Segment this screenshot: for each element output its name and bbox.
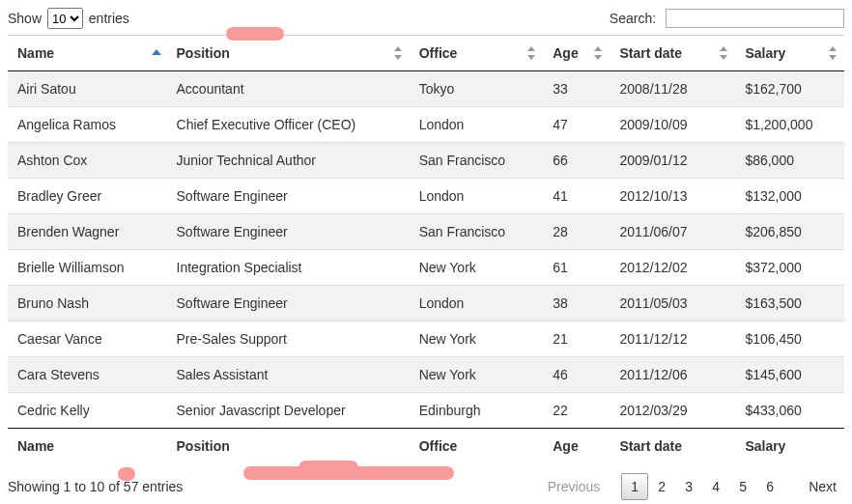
cell-office: San Francisco (410, 143, 544, 179)
cell-name: Brenden Wagner (8, 214, 167, 250)
page-button-5[interactable]: 5 (729, 473, 756, 500)
length-control: Show 10 entries (8, 8, 129, 29)
table-row: Cedric KellySenior Javascript DeveloperE… (8, 393, 844, 429)
cell-position: Software Engineer (167, 286, 410, 322)
cell-name: Bradley Greer (8, 179, 167, 214)
cell-position: Pre-Sales Support (167, 322, 410, 357)
search-input[interactable] (666, 9, 844, 28)
cell-name: Brielle Williamson (8, 250, 167, 286)
sort-icon (720, 46, 729, 60)
sort-icon (829, 46, 838, 60)
cell-start: 2009/01/12 (610, 143, 735, 179)
cell-office: San Francisco (410, 214, 544, 250)
cell-office: London (410, 286, 544, 322)
col-footer-salary: Salary (735, 429, 844, 464)
cell-position: Sales Assistant (167, 357, 410, 393)
col-header-office[interactable]: Office (410, 36, 544, 71)
page-button-3[interactable]: 3 (675, 473, 702, 500)
table-row: Caesar VancePre-Sales SupportNew York212… (8, 322, 844, 357)
cell-age: 61 (543, 250, 610, 286)
table-row: Cara StevensSales AssistantNew York46201… (8, 357, 844, 393)
cell-office: New York (410, 322, 544, 357)
entries-label: entries (89, 11, 129, 26)
page-button-4[interactable]: 4 (702, 473, 729, 500)
cell-salary: $145,600 (735, 357, 844, 393)
cell-salary: $132,000 (735, 179, 844, 214)
search-control: Search: (610, 9, 844, 28)
col-header-salary[interactable]: Salary (735, 36, 844, 71)
table-row: Bruno NashSoftware EngineerLondon382011/… (8, 286, 844, 322)
sort-icon (594, 46, 604, 60)
cell-position: Accountant (167, 71, 410, 107)
cell-start: 2009/10/09 (610, 107, 735, 143)
table-info: Showing 1 to 10 of 57 entries (8, 479, 183, 494)
page-button-6[interactable]: 6 (756, 473, 783, 500)
cell-age: 21 (543, 322, 610, 357)
next-button[interactable]: Next (801, 473, 844, 500)
cell-start: 2012/03/29 (610, 393, 735, 429)
col-footer-position: Position (167, 429, 410, 464)
cell-age: 38 (543, 286, 610, 322)
cell-salary: $1,200,000 (735, 107, 844, 143)
col-header-start-date[interactable]: Start date (610, 36, 735, 71)
cell-age: 46 (543, 357, 610, 393)
table-row: Brielle WilliamsonIntegration Specialist… (8, 250, 844, 286)
cell-salary: $372,000 (735, 250, 844, 286)
col-header-name[interactable]: Name (8, 36, 167, 71)
cell-start: 2011/12/12 (610, 322, 735, 357)
cell-salary: $106,450 (735, 322, 844, 357)
cell-name: Ashton Cox (8, 143, 167, 179)
cell-salary: $206,850 (735, 214, 844, 250)
page-length-select[interactable]: 10 (47, 8, 83, 29)
pagination: Previous 123456 Next (540, 473, 844, 500)
sort-asc-icon (152, 46, 161, 60)
table-row: Airi SatouAccountantTokyo332008/11/28$16… (8, 71, 844, 107)
cell-salary: $86,000 (735, 143, 844, 179)
cell-start: 2011/12/06 (610, 357, 735, 393)
table-row: Angelica RamosChief Executive Officer (C… (8, 107, 844, 143)
col-header-position[interactable]: Position (167, 36, 410, 71)
page-button-1[interactable]: 1 (621, 473, 648, 500)
cell-start: 2012/10/13 (610, 179, 735, 214)
cell-position: Junior Technical Author (167, 143, 410, 179)
show-label: Show (8, 11, 42, 26)
table-row: Ashton CoxJunior Technical AuthorSan Fra… (8, 143, 844, 179)
cell-age: 66 (543, 143, 610, 179)
cell-start: 2012/12/02 (610, 250, 735, 286)
cell-age: 28 (543, 214, 610, 250)
cell-salary: $433,060 (735, 393, 844, 429)
col-footer-name: Name (8, 429, 167, 464)
data-table: Name Position Office Age Start date Sala… (8, 35, 844, 463)
cell-office: Tokyo (410, 71, 544, 107)
cell-position: Integration Specialist (167, 250, 410, 286)
cell-salary: $162,700 (735, 71, 844, 107)
cell-office: New York (410, 250, 544, 286)
col-footer-start-date: Start date (610, 429, 735, 464)
cell-office: London (410, 107, 544, 143)
search-label: Search: (610, 11, 656, 26)
sort-icon (527, 46, 537, 60)
cell-office: New York (410, 357, 544, 393)
previous-button[interactable]: Previous (540, 473, 608, 500)
cell-name: Caesar Vance (8, 322, 167, 357)
cell-start: 2011/06/07 (610, 214, 735, 250)
cell-name: Angelica Ramos (8, 107, 167, 143)
cell-age: 41 (543, 179, 610, 214)
cell-position: Senior Javascript Developer (167, 393, 410, 429)
col-header-age[interactable]: Age (543, 36, 610, 71)
table-row: Brenden WagnerSoftware EngineerSan Franc… (8, 214, 844, 250)
cell-age: 33 (543, 71, 610, 107)
cell-position: Chief Executive Officer (CEO) (167, 107, 410, 143)
cell-age: 22 (543, 393, 610, 429)
cell-office: London (410, 179, 544, 214)
cell-name: Cedric Kelly (8, 393, 167, 429)
col-footer-age: Age (543, 429, 610, 464)
cell-name: Bruno Nash (8, 286, 167, 322)
table-row: Bradley GreerSoftware EngineerLondon4120… (8, 179, 844, 214)
cell-position: Software Engineer (167, 214, 410, 250)
cell-salary: $163,500 (735, 286, 844, 322)
cell-name: Cara Stevens (8, 357, 167, 393)
cell-age: 47 (543, 107, 610, 143)
page-button-2[interactable]: 2 (648, 473, 675, 500)
cell-name: Airi Satou (8, 71, 167, 107)
